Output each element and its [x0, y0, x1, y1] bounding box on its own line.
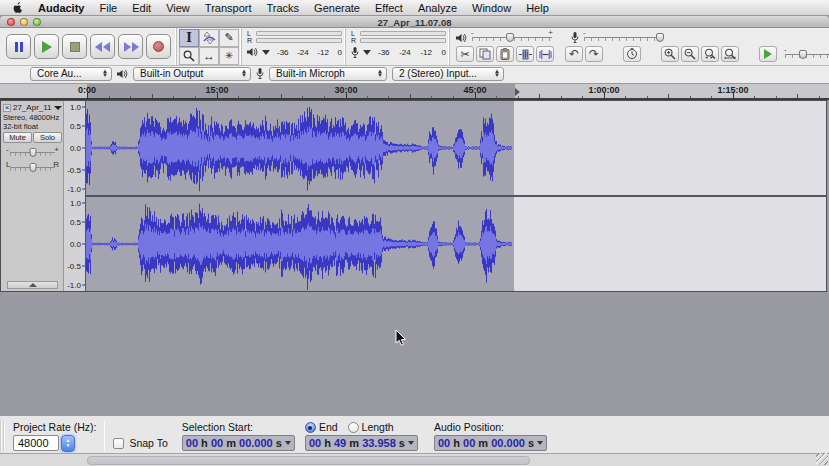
copy-icon: [479, 48, 491, 60]
fit-project-button[interactable]: [721, 46, 739, 62]
snap-to-label: Snap To: [129, 437, 167, 449]
length-radio[interactable]: [348, 422, 359, 433]
menu-item-tracks[interactable]: Tracks: [267, 2, 300, 14]
menu-item-help[interactable]: Help: [526, 2, 549, 14]
track-control-panel: × 27_Apr_11... Stereo, 48000Hz 32-bit fl…: [1, 101, 63, 291]
horizontal-scrollbar[interactable]: [87, 456, 530, 465]
recording-meter[interactable]: L R -36 -24 -12 0: [346, 28, 450, 65]
input-volume-slider[interactable]: -: [584, 32, 664, 43]
audio-host-select[interactable]: Core Au... ▲▼: [30, 67, 112, 81]
menu-item-transport[interactable]: Transport: [205, 2, 252, 14]
meter-scale-0: 0: [442, 48, 446, 57]
menu-item-effect[interactable]: Effect: [375, 2, 403, 14]
waveform-canvas-ch1[interactable]: [86, 101, 826, 195]
resize-grip-icon[interactable]: [816, 453, 828, 465]
snap-to-checkbox[interactable]: [113, 438, 124, 449]
zoom-tool-button[interactable]: [179, 47, 199, 65]
vertical-scale-ruler[interactable]: 1.00.50.0-0.5-1.0 1.00.50.0-0.5-1.0: [63, 101, 86, 291]
stop-button[interactable]: [62, 34, 87, 59]
menu-item-analyze[interactable]: Analyze: [418, 2, 457, 14]
track-format-line2: 32-bit float: [3, 122, 62, 131]
selection-toolbar: Project Rate (Hz): 48000 ▲▼ Snap To Sele…: [0, 415, 829, 453]
trim-audio-button[interactable]: [516, 46, 534, 62]
menu-item-file[interactable]: File: [99, 2, 117, 14]
gain-slider[interactable]: - +: [6, 145, 59, 158]
output-volume-thumb[interactable]: [506, 33, 514, 42]
status-bar: [0, 453, 829, 466]
skip-to-start-button[interactable]: [90, 34, 115, 59]
track-close-button[interactable]: ×: [3, 104, 11, 112]
waveform-canvas-ch2[interactable]: [86, 197, 826, 291]
timeline-ruler[interactable]: 0:0015:0030:0045:001:00:001:15:00: [0, 84, 829, 100]
window-title-bar[interactable]: 27_Apr_11.07.08: [0, 16, 829, 28]
speaker-icon: [247, 47, 258, 57]
paste-button[interactable]: [496, 46, 514, 62]
envelope-tool-button[interactable]: [199, 29, 219, 47]
input-volume-thumb[interactable]: [656, 33, 664, 42]
copy-button[interactable]: [476, 46, 494, 62]
play-button[interactable]: [34, 34, 59, 59]
mute-button[interactable]: Mute: [3, 132, 32, 143]
input-channels-select[interactable]: 2 (Stereo) Input... ▲▼: [392, 67, 504, 81]
sync-lock-button[interactable]: [623, 46, 641, 62]
zoom-out-icon: [684, 48, 696, 60]
transport-toolbar: [0, 28, 177, 65]
solo-button[interactable]: Solo: [33, 132, 62, 143]
gain-thumb[interactable]: [29, 148, 36, 157]
track-collapse-button[interactable]: [7, 281, 58, 289]
fit-selection-icon: [704, 48, 717, 60]
redo-button[interactable]: ↷: [585, 46, 603, 62]
playback-speed-thumb[interactable]: [799, 50, 807, 59]
audio-host-value: Core Au...: [37, 68, 98, 79]
play-at-speed-button[interactable]: [759, 46, 777, 62]
project-rate-stepper[interactable]: ▲▼: [61, 435, 75, 452]
gain-max-label: +: [54, 145, 59, 154]
timefield-dropdown-icon[interactable]: [285, 441, 291, 445]
record-button[interactable]: [146, 34, 171, 59]
input-device-select[interactable]: Built-in Microph ▲▼: [269, 67, 387, 81]
menu-item-audacity[interactable]: Audacity: [38, 2, 84, 14]
pan-slider[interactable]: L R: [6, 160, 59, 173]
meter-dropdown-icon[interactable]: [262, 50, 270, 55]
output-volume-slider[interactable]: - +: [472, 32, 552, 43]
fit-selection-button[interactable]: [701, 46, 719, 62]
end-radio[interactable]: [305, 422, 316, 433]
length-radio-group[interactable]: Length: [348, 421, 394, 433]
end-radio-label: End: [319, 421, 338, 433]
menu-item-window[interactable]: Window: [472, 2, 511, 14]
pan-thumb[interactable]: [29, 163, 36, 172]
record-icon: [153, 41, 164, 52]
track-title[interactable]: 27_Apr_11...: [13, 103, 52, 112]
menu-item-edit[interactable]: Edit: [132, 2, 151, 14]
cut-button[interactable]: ✂: [456, 46, 474, 62]
output-device-select[interactable]: Built-in Output ▲▼: [133, 67, 251, 81]
length-radio-label: Length: [362, 421, 394, 433]
menu-item-view[interactable]: View: [166, 2, 190, 14]
time-shift-tool-button[interactable]: ↔: [199, 47, 219, 65]
draw-tool-button[interactable]: ✎: [219, 29, 239, 47]
timefield-dropdown-icon[interactable]: [408, 441, 414, 445]
selection-start-field[interactable]: 00 h 00 m 00.000 s: [182, 435, 295, 451]
timefield-dropdown-icon[interactable]: [537, 441, 543, 445]
skip-to-end-button[interactable]: [118, 34, 143, 59]
playback-speed-slider[interactable]: - +: [785, 49, 829, 60]
meter-dropdown-icon[interactable]: [363, 50, 371, 55]
multi-tool-icon: ✳: [225, 50, 233, 61]
pause-button[interactable]: [6, 34, 31, 59]
track-menu-icon[interactable]: [54, 106, 62, 110]
paste-icon: [499, 48, 511, 60]
undo-button[interactable]: ↶: [565, 46, 583, 62]
selection-start-value: 00 h 00 m 00.000 s: [186, 437, 282, 449]
selection-end-field[interactable]: 00 h 49 m 33.958 s: [305, 435, 418, 451]
playback-meter[interactable]: L R -36 -24 -12 0: [242, 28, 346, 65]
zoom-in-button[interactable]: [661, 46, 679, 62]
silence-audio-button[interactable]: [536, 46, 554, 62]
audio-position-field[interactable]: 00 h 00 m 00.000 s: [434, 435, 547, 451]
zoom-out-button[interactable]: [681, 46, 699, 62]
apple-icon[interactable]: [12, 2, 23, 14]
menu-item-generate[interactable]: Generate: [314, 2, 360, 14]
end-radio-group[interactable]: End: [305, 421, 338, 433]
multi-tool-button[interactable]: ✳: [219, 47, 239, 65]
project-rate-input[interactable]: 48000: [13, 435, 59, 451]
selection-tool-button[interactable]: I: [179, 29, 199, 47]
